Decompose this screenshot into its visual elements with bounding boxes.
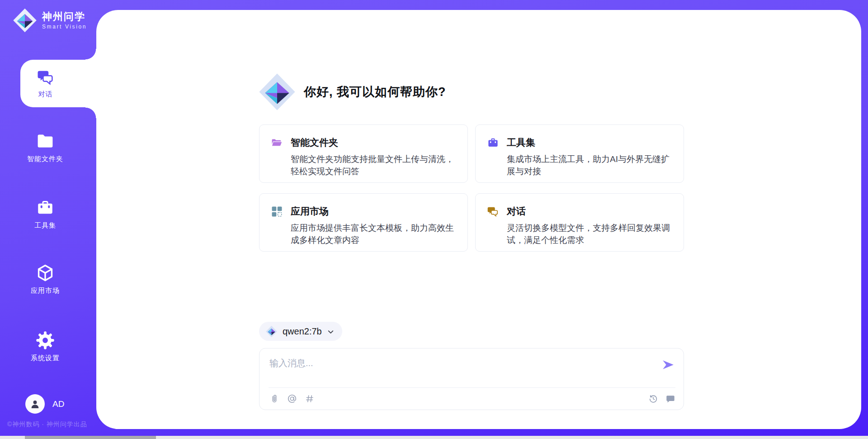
send-icon [661, 358, 675, 372]
card-smart-folder[interactable]: 智能文件夹 智能文件夹功能支持批量文件上传与清洗，轻松实现文件问答 [259, 124, 468, 183]
card-chat[interactable]: 对话 灵活切换多模型文件，支持多样回复效果调试，满足个性化需求 [475, 193, 684, 252]
card-head: 工具集 [487, 136, 672, 149]
card-description: 智能文件夹功能支持批量文件上传与清洗，轻松实现文件问答 [291, 153, 456, 177]
send-button[interactable] [661, 358, 675, 372]
card-head: 应用市场 [271, 205, 456, 218]
sidebar-item-label: 应用市场 [31, 286, 60, 295]
sidebar-item-label: 智能文件夹 [27, 155, 63, 163]
cube-icon [36, 263, 55, 282]
feature-cards: 智能文件夹 智能文件夹功能支持批量文件上传与清洗，轻松实现文件问答 工具集 集成… [259, 124, 684, 252]
message-input[interactable] [269, 354, 631, 372]
card-head: 智能文件夹 [271, 136, 456, 149]
user-name: AD [52, 399, 64, 409]
quick-phrase-icon[interactable] [665, 394, 675, 404]
card-title: 对话 [507, 205, 526, 218]
footer-credit: ©神州数码 · 神州问学出品 [7, 420, 87, 429]
grid-tiles-icon [271, 205, 283, 218]
person-icon [29, 398, 41, 410]
sidebar-item-label: 系统设置 [31, 354, 60, 363]
user-account[interactable]: AD [25, 394, 64, 414]
chat-bubbles-icon [487, 205, 499, 218]
attachment-icon[interactable] [269, 394, 279, 404]
sidebar-item-smart-folder[interactable]: 智能文件夹 [0, 132, 90, 163]
card-title: 应用市场 [291, 205, 329, 218]
card-toolset[interactable]: 工具集 集成市场上主流工具，助力AI与外界无缝扩展与对接 [475, 124, 684, 183]
chat-bubbles-icon [37, 68, 55, 86]
card-app-market[interactable]: 应用市场 应用市场提供丰富长文本模板，助力高效生成多样化文章内容 [259, 193, 468, 252]
mention-icon[interactable] [287, 394, 297, 404]
composer-toolbar-right [648, 394, 675, 404]
open-folder-icon [271, 137, 283, 149]
toolbox-icon [487, 137, 499, 149]
sidebar-item-toolset[interactable]: 工具集 [0, 198, 90, 230]
chevron-down-icon [327, 328, 335, 336]
card-description: 应用市场提供丰富长文本模板，助力高效生成多样化文章内容 [291, 222, 456, 246]
gear-icon [36, 331, 55, 350]
sidebar-item-label: 工具集 [34, 221, 56, 230]
brand-name: 神州问学 [42, 11, 87, 23]
horizontal-scrollbar-track[interactable] [0, 436, 868, 439]
card-head: 对话 [487, 205, 672, 218]
brand-text: 神州问学 Smart Vision [42, 11, 87, 30]
sidebar-item-settings[interactable]: 系统设置 [0, 331, 90, 363]
diamond-logo-icon [258, 72, 297, 111]
diamond-logo-icon [265, 325, 278, 338]
model-selector[interactable]: qwen2:7b [259, 322, 342, 341]
card-description: 集成市场上主流工具，助力AI与外界无缝扩展与对接 [507, 153, 672, 177]
active-tab-fillet-top [85, 49, 96, 60]
greeting: 你好, 我可以如何帮助你? [258, 72, 446, 111]
active-tab-fillet-bottom [85, 107, 96, 118]
folder-icon [36, 132, 55, 151]
sidebar-item-chat[interactable]: 对话 [20, 60, 97, 107]
card-title: 智能文件夹 [291, 136, 338, 149]
brand-subtitle: Smart Vision [42, 24, 87, 30]
horizontal-scrollbar-thumb[interactable] [25, 436, 156, 439]
brand: 神州问学 Smart Vision [12, 8, 87, 33]
model-name: qwen2:7b [283, 326, 322, 337]
toolbox-icon [36, 198, 55, 217]
diamond-logo-icon [12, 8, 38, 33]
composer [259, 348, 684, 410]
card-title: 工具集 [507, 136, 535, 149]
history-icon[interactable] [648, 394, 658, 404]
card-description: 灵活切换多模型文件，支持多样回复效果调试，满足个性化需求 [507, 222, 672, 246]
hashtag-icon[interactable] [305, 394, 315, 404]
sidebar: 神州问学 Smart Vision 对话 智能文件夹 工具集 [0, 0, 96, 439]
composer-toolbar [269, 388, 675, 410]
sidebar-item-label: 对话 [38, 90, 53, 99]
sidebar-item-app-market[interactable]: 应用市场 [0, 263, 90, 295]
greeting-title: 你好, 我可以如何帮助你? [304, 84, 446, 100]
avatar [25, 394, 45, 414]
